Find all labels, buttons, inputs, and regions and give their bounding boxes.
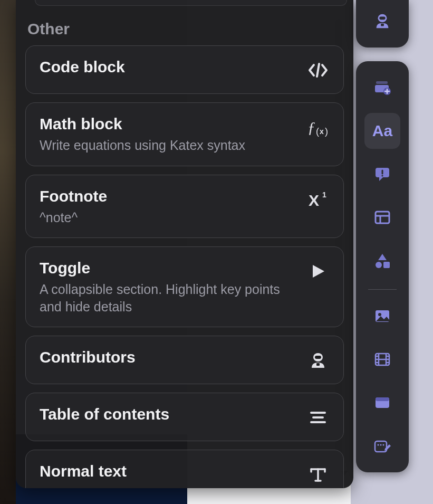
- add-stack-button[interactable]: [364, 70, 400, 106]
- svg-marker-28: [379, 177, 383, 181]
- block-option-title: Code block: [40, 58, 297, 77]
- text-icon: [306, 463, 330, 486]
- left-background-strip: [0, 0, 16, 504]
- svg-marker-34: [378, 254, 387, 260]
- layout-icon: [374, 210, 391, 225]
- svg-point-51: [380, 444, 382, 446]
- text-format-button[interactable]: Aa: [364, 113, 400, 149]
- insert-video-button[interactable]: [364, 341, 400, 377]
- block-option-toc[interactable]: Table of contents: [25, 393, 344, 441]
- play-icon: [306, 260, 330, 283]
- image-icon: [374, 309, 391, 324]
- right-toolbar: Aa: [356, 0, 409, 472]
- shapes-icon: [374, 253, 391, 269]
- toolbar-divider: [368, 289, 396, 290]
- block-option-desc: ^note^: [40, 209, 297, 226]
- block-option-title: Table of contents: [40, 405, 297, 424]
- svg-text:(: (: [316, 126, 319, 137]
- toolbar-group-top: [356, 0, 409, 47]
- svg-rect-9: [315, 356, 321, 359]
- block-option-title: Math block: [40, 115, 297, 134]
- svg-rect-48: [376, 397, 389, 401]
- block-option-toggle[interactable]: Toggle A collapsible section. Highlight …: [25, 246, 344, 327]
- svg-marker-7: [313, 265, 324, 278]
- contributors-toolbar-button[interactable]: [364, 3, 400, 39]
- block-option-title: Normal text: [40, 462, 297, 481]
- svg-line-0: [317, 64, 319, 77]
- edit-note-button[interactable]: [364, 428, 400, 464]
- block-option-math-block[interactable]: Math block Write equations using Katex s…: [25, 102, 344, 166]
- card-icon: [374, 396, 391, 410]
- list-icon: [306, 406, 330, 429]
- toolbar-group-main: Aa: [356, 61, 409, 472]
- block-option-title: Contributors: [40, 348, 297, 367]
- svg-point-30: [381, 175, 383, 176]
- svg-rect-10: [316, 363, 320, 366]
- block-option-title: Footnote: [40, 187, 297, 206]
- svg-rect-20: [379, 17, 385, 20]
- function-icon: ƒ ( x ): [306, 116, 330, 139]
- block-option-desc: Write equations using Katex syntax: [40, 137, 297, 154]
- svg-rect-36: [383, 262, 390, 268]
- astronaut-icon: [373, 12, 391, 30]
- svg-point-52: [383, 444, 384, 446]
- svg-rect-31: [376, 212, 389, 223]
- astronaut-icon: [306, 349, 330, 372]
- superscript-icon: X 1: [306, 188, 330, 211]
- typography-icon: Aa: [372, 122, 392, 140]
- block-option-code-block[interactable]: Code block: [25, 45, 344, 94]
- layout-button[interactable]: [364, 199, 400, 235]
- block-option-normal-text[interactable]: Normal text: [25, 450, 344, 488]
- block-option-title: Toggle: [40, 259, 297, 278]
- svg-text:X: X: [309, 192, 319, 209]
- svg-text:1: 1: [322, 191, 326, 199]
- svg-rect-21: [381, 24, 384, 26]
- svg-point-50: [378, 444, 379, 446]
- stack-add-icon: [373, 79, 391, 96]
- comment-alert-icon: [374, 166, 391, 182]
- comments-button[interactable]: [364, 156, 400, 192]
- svg-text:): ): [325, 126, 328, 137]
- svg-point-35: [376, 262, 382, 268]
- svg-point-38: [378, 313, 381, 316]
- edit-note-icon: [373, 438, 391, 454]
- insert-card-button[interactable]: [364, 385, 400, 421]
- block-picker-panel: Other Code block Math block Write equati…: [16, 0, 353, 488]
- svg-text:x: x: [320, 127, 324, 136]
- section-header-other: Other: [25, 0, 344, 45]
- shapes-button[interactable]: [364, 243, 400, 279]
- block-option-desc: A collapsible section. Highlight key poi…: [40, 281, 297, 315]
- block-option-contributors[interactable]: Contributors: [25, 336, 344, 384]
- block-option-footnote[interactable]: Footnote ^note^ X 1: [25, 175, 344, 239]
- svg-rect-22: [376, 81, 388, 84]
- code-icon: [306, 59, 330, 82]
- insert-image-button[interactable]: [364, 298, 400, 334]
- svg-text:ƒ: ƒ: [307, 118, 315, 136]
- film-icon: [374, 352, 391, 367]
